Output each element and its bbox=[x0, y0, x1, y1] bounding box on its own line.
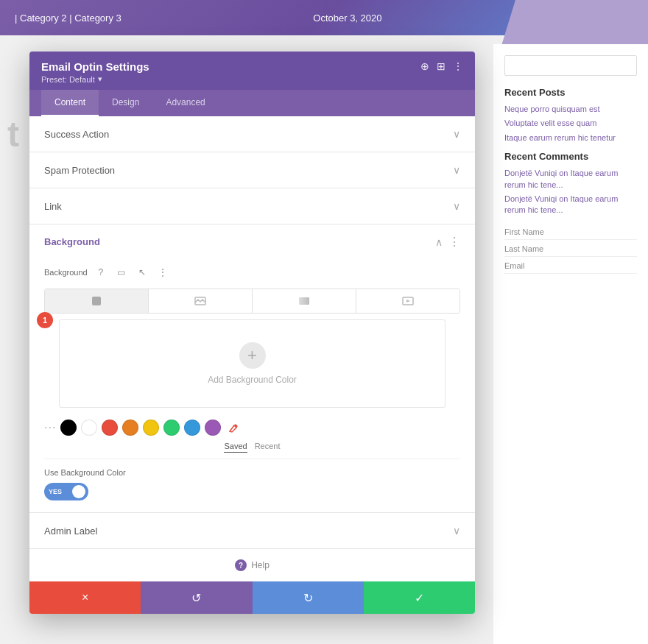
modal-body: Success Action ∨ Spam Protection ∨ Link … bbox=[29, 116, 475, 581]
recent-tab[interactable]: Recent bbox=[255, 442, 281, 453]
background-help-icon[interactable]: ? bbox=[94, 265, 108, 280]
svg-rect-0 bbox=[92, 297, 101, 305]
swatch-blue[interactable] bbox=[184, 420, 200, 436]
toggle-knob bbox=[72, 485, 85, 498]
save-button[interactable]: ✓ bbox=[364, 581, 475, 614]
spam-protection-section: Spam Protection ∨ bbox=[29, 152, 475, 188]
background-section-header[interactable]: Background ∧ ⋮ bbox=[29, 224, 475, 259]
modal-tabs: Content Design Advanced bbox=[29, 90, 475, 116]
tab-design[interactable]: Design bbox=[99, 90, 152, 116]
sidebar-post-1[interactable]: Neque porro quisquam est bbox=[504, 104, 637, 115]
saved-recent-tabs: Saved Recent bbox=[29, 442, 475, 459]
background-controls: Background ? ▭ ↖ ⋮ bbox=[29, 259, 475, 289]
swatch-black[interactable] bbox=[60, 420, 77, 436]
top-bar: | Category 2 | Category 3 October 3, 202… bbox=[0, 0, 648, 35]
admin-label-chevron-icon: ∨ bbox=[453, 525, 460, 537]
target-icon[interactable]: ⊕ bbox=[420, 60, 429, 72]
use-background-color-label: Use Background Color bbox=[44, 468, 460, 477]
sidebar-comment-1: Donjetë Vuniqi on Itaque earum rerum hic… bbox=[504, 168, 637, 191]
help-row[interactable]: ? Help bbox=[29, 549, 475, 581]
link-header[interactable]: Link ∨ bbox=[29, 188, 475, 224]
swatch-orange[interactable] bbox=[122, 420, 138, 436]
form-label-firstname: First Name bbox=[504, 227, 637, 240]
more-icon[interactable]: ⋮ bbox=[453, 60, 463, 72]
date-text: October 3, 2020 bbox=[313, 13, 381, 24]
link-label: Link bbox=[44, 201, 62, 212]
spam-protection-label: Spam Protection bbox=[44, 165, 115, 176]
background-section: Background ∧ ⋮ Background ? ▭ ↖ ⋮ bbox=[29, 224, 475, 513]
background-options-icon[interactable]: ⋮ bbox=[155, 265, 170, 280]
swatches-more-icon[interactable]: ··· bbox=[44, 421, 56, 434]
background-header-actions: ∧ ⋮ bbox=[435, 235, 460, 249]
admin-label-section: Admin Label ∨ bbox=[29, 513, 475, 549]
sidebar-post-3[interactable]: Itaque earum rerum hic tenetur bbox=[504, 132, 637, 144]
swatch-purple[interactable] bbox=[205, 420, 221, 436]
right-sidebar: Recent Posts Neque porro quisquam est Vo… bbox=[493, 44, 648, 644]
sidebar-search[interactable] bbox=[504, 55, 637, 76]
background-type-tabs bbox=[44, 289, 460, 314]
color-badge: 1 bbox=[37, 312, 53, 328]
modal-header: Email Optin Settings Preset: Default ▾ ⊕… bbox=[29, 52, 475, 90]
recent-posts-title: Recent Posts bbox=[504, 87, 637, 98]
undo-icon: ↺ bbox=[191, 591, 201, 605]
redo-icon: ↻ bbox=[303, 591, 313, 605]
background-cursor-icon[interactable]: ↖ bbox=[135, 265, 149, 280]
add-color-label: Add Background Color bbox=[208, 375, 297, 385]
swatch-white[interactable] bbox=[81, 420, 97, 436]
save-icon: ✓ bbox=[415, 591, 424, 605]
top-bar-accent bbox=[501, 0, 648, 48]
spam-protection-chevron-icon: ∨ bbox=[453, 164, 460, 176]
admin-label-header[interactable]: Admin Label ∨ bbox=[29, 513, 475, 548]
background-controls-label: Background bbox=[44, 268, 88, 277]
sidebar-post-2[interactable]: Voluptate velit esse quam bbox=[504, 118, 637, 129]
saved-tab[interactable]: Saved bbox=[224, 442, 247, 453]
swatch-green[interactable] bbox=[163, 420, 180, 436]
cancel-button[interactable]: × bbox=[29, 581, 141, 614]
svg-marker-4 bbox=[406, 300, 410, 302]
sidebar-comment-2: Donjetë Vuniqi on Itaque earum rerum hic… bbox=[504, 194, 637, 216]
bg-type-gradient-tab[interactable] bbox=[253, 289, 356, 313]
success-action-header[interactable]: Success Action ∨ bbox=[29, 116, 475, 152]
undo-button[interactable]: ↺ bbox=[141, 581, 252, 614]
form-label-email: Email bbox=[504, 261, 637, 274]
tab-advanced[interactable]: Advanced bbox=[152, 90, 218, 116]
background-title: Background bbox=[44, 236, 100, 247]
recent-comments-title: Recent Comments bbox=[504, 151, 637, 162]
swatch-yellow[interactable] bbox=[143, 420, 159, 436]
link-chevron-icon: ∨ bbox=[453, 200, 460, 212]
success-action-label: Success Action bbox=[44, 129, 109, 140]
redo-button[interactable]: ↻ bbox=[253, 581, 364, 614]
bg-type-color-tab[interactable] bbox=[45, 289, 149, 313]
svg-rect-2 bbox=[299, 297, 309, 305]
columns-icon[interactable]: ⊞ bbox=[437, 60, 446, 72]
add-color-circle-icon: + bbox=[239, 342, 266, 369]
email-optin-settings-modal: Email Optin Settings Preset: Default ▾ ⊕… bbox=[29, 52, 475, 614]
categories-text: | Category 2 | Category 3 bbox=[15, 13, 122, 24]
form-label-lastname: Last Name bbox=[504, 244, 637, 257]
cancel-icon: × bbox=[82, 591, 88, 604]
color-picker-area[interactable]: + Add Background Color bbox=[59, 319, 446, 408]
link-section: Link ∨ bbox=[29, 188, 475, 224]
color-swatches-row: ··· bbox=[29, 414, 475, 442]
modal-header-actions: ⊕ ⊞ ⋮ bbox=[420, 60, 463, 72]
add-background-color-btn[interactable]: + Add Background Color bbox=[60, 320, 445, 407]
blog-title-letter: t bbox=[7, 114, 19, 155]
success-action-chevron-icon: ∨ bbox=[453, 128, 460, 140]
bg-type-video-tab[interactable] bbox=[356, 289, 459, 313]
background-desktop-icon[interactable]: ▭ bbox=[114, 265, 129, 280]
background-more-icon[interactable]: ⋮ bbox=[448, 235, 460, 249]
spam-protection-header[interactable]: Spam Protection ∨ bbox=[29, 152, 475, 188]
modal-preset[interactable]: Preset: Default ▾ bbox=[41, 74, 149, 84]
use-background-color-toggle[interactable]: YES bbox=[44, 483, 88, 500]
help-icon: ? bbox=[235, 559, 247, 571]
background-chevron-up-icon: ∧ bbox=[435, 236, 443, 248]
success-action-section: Success Action ∨ bbox=[29, 116, 475, 152]
toggle-yes-label: YES bbox=[49, 488, 62, 495]
toggle-row: Use Background Color YES bbox=[29, 459, 475, 512]
brush-icon[interactable] bbox=[225, 420, 242, 436]
color-picker-wrapper: 1 + Add Background Color bbox=[44, 319, 460, 408]
swatch-red[interactable] bbox=[102, 420, 118, 436]
tab-content[interactable]: Content bbox=[41, 90, 99, 116]
bg-type-image-tab[interactable] bbox=[149, 289, 253, 313]
admin-label-text: Admin Label bbox=[44, 526, 97, 537]
